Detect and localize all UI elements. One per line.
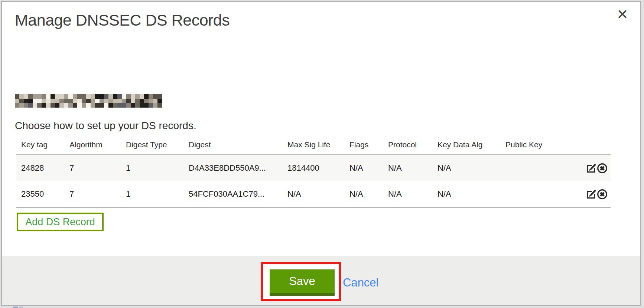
table-cell: N/A xyxy=(383,189,433,199)
background-page-fragment xyxy=(13,307,18,308)
table-cell: 23550 xyxy=(16,189,65,199)
table-cell: 1814400 xyxy=(283,163,345,173)
close-icon[interactable]: ✕ xyxy=(617,7,628,22)
table-row: 2482871D4A33E8DD550A9...1814400N/AN/AN/A xyxy=(16,155,611,181)
table-cell: 54FCF030AA1C79... xyxy=(184,189,283,199)
background-page-fragment xyxy=(19,307,23,308)
instruction-text: Choose how to set up your DS records. xyxy=(15,120,196,132)
column-header: Max Sig Life xyxy=(283,140,345,149)
table-cell: D4A33E8DD550A9... xyxy=(184,163,283,173)
table-cell: N/A xyxy=(283,189,345,199)
table-cell: N/A xyxy=(383,163,433,173)
page-background: Manage DNSSEC DS Records ✕ Choose how to… xyxy=(0,0,644,308)
redacted-domain xyxy=(15,94,162,108)
column-header: Key Data Alg xyxy=(433,140,501,149)
table-cell: 24828 xyxy=(16,163,65,173)
row-actions xyxy=(558,163,611,174)
table-cell: N/A xyxy=(433,163,501,173)
table-cell: 7 xyxy=(65,163,121,173)
table-cell: 7 xyxy=(65,189,121,199)
remove-icon[interactable] xyxy=(597,163,608,174)
cancel-link[interactable]: Cancel xyxy=(343,276,379,289)
column-header: Algorithm xyxy=(65,140,121,149)
add-ds-record-button[interactable]: Add DS Record xyxy=(17,213,104,231)
table-cell: N/A xyxy=(433,189,501,199)
table-header-row: Key tagAlgorithmDigest TypeDigestMax Sig… xyxy=(16,135,611,154)
column-header: Flags xyxy=(345,140,383,149)
column-header: Digest xyxy=(184,140,283,149)
table-cell: N/A xyxy=(345,189,383,199)
table-cell: 1 xyxy=(121,189,184,199)
table-bottom-border xyxy=(16,207,611,208)
modal-title: Manage DNSSEC DS Records xyxy=(15,11,230,29)
column-header: Key tag xyxy=(16,140,65,149)
edit-icon[interactable] xyxy=(586,163,596,173)
table-cell: N/A xyxy=(345,163,383,173)
table-cell: 1 xyxy=(121,163,184,173)
edit-icon[interactable] xyxy=(586,189,596,199)
remove-icon[interactable] xyxy=(597,189,608,200)
column-header: Public Key xyxy=(501,140,558,149)
column-header: Protocol xyxy=(383,140,433,149)
column-header: Digest Type xyxy=(121,140,184,149)
save-button[interactable]: Save xyxy=(270,269,335,296)
table-row: 235507154FCF030AA1C79...N/AN/AN/AN/A xyxy=(16,181,611,207)
row-actions xyxy=(558,189,611,200)
